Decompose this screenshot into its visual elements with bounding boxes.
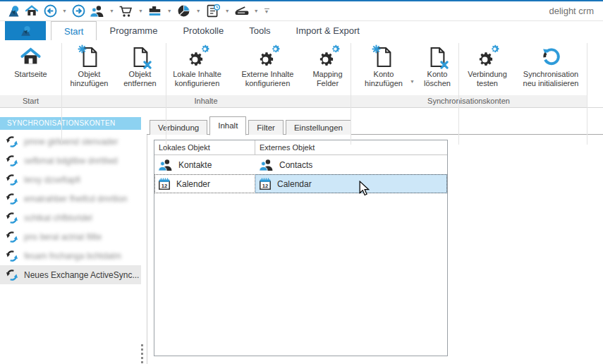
tab-einstellungen[interactable]: Einstellungen bbox=[286, 120, 351, 135]
mapping-felder-button[interactable]: Mapping Felder bbox=[306, 40, 350, 95]
verbindung-testen-button[interactable]: Verbindung testen bbox=[459, 40, 516, 95]
pie-chart-icon[interactable] bbox=[176, 3, 193, 20]
sync-account-item[interactable]: pmne gkfwend slenvader bbox=[0, 132, 141, 151]
sync-icon bbox=[6, 212, 18, 224]
calendar-icon bbox=[259, 178, 272, 190]
sidebar-header: SYNCHRONISATIONSKONTEN bbox=[0, 117, 141, 130]
objekt-hinzufuegen-button[interactable]: Objekt hinzufügen bbox=[63, 40, 116, 95]
local-object-label: Kontakte bbox=[178, 160, 212, 170]
sync-account-label: fesam fnchanga bchtdatm bbox=[24, 251, 121, 261]
local-object-label: Kalender bbox=[176, 179, 210, 189]
table-header-row: Lokales Objekt Externes Objekt bbox=[154, 140, 447, 155]
app-menu-button[interactable] bbox=[5, 21, 46, 40]
gears-icon bbox=[316, 44, 340, 70]
ribbon-group-labels: Start Inhalte Synchronisationskonten bbox=[0, 95, 587, 107]
objekt-entfernen-button[interactable]: Objekt entfernen bbox=[116, 40, 165, 95]
tab-programme[interactable]: Programme bbox=[97, 21, 170, 40]
startseite-button[interactable]: Startseite bbox=[3, 40, 59, 95]
mouse-cursor bbox=[359, 181, 370, 197]
scanner-icon[interactable] bbox=[233, 3, 250, 20]
konto-hinzufuegen-button[interactable]: Konto hinzufügen ▼ bbox=[352, 40, 415, 95]
tab-start[interactable]: Start bbox=[51, 21, 97, 40]
document-add-icon bbox=[373, 44, 394, 70]
customize-toolbar-icon[interactable]: ▼ bbox=[264, 8, 269, 14]
ribbon-group-inhalte: Objekt hinzufügen Objekt entfernen Lokal… bbox=[62, 40, 351, 95]
object-mapping-table: Lokales Objekt Externes Objekt Kontakte … bbox=[154, 140, 448, 356]
contacts-icon bbox=[158, 159, 173, 171]
dropdown-chevron[interactable]: ▼ bbox=[167, 8, 172, 13]
journal-icon[interactable] bbox=[205, 3, 221, 20]
dropdown-chevron[interactable]: ▼ bbox=[138, 8, 143, 13]
konto-loeschen-button[interactable]: Konto löschen bbox=[415, 40, 459, 95]
lokale-inhalte-konfigurieren-button[interactable]: Lokale Inhalte konfigurieren bbox=[165, 40, 230, 95]
ribbon-tabrow: Start Programme Protokolle Tools Import … bbox=[0, 21, 603, 40]
tab-inhalt[interactable]: Inhalt bbox=[209, 116, 246, 135]
home-icon bbox=[20, 44, 42, 70]
document-remove-icon bbox=[130, 44, 151, 70]
sync-account-item[interactable]: pns beral actriat fillte bbox=[0, 227, 141, 246]
dropdown-chevron[interactable]: ▼ bbox=[109, 8, 114, 13]
app-logo-icon bbox=[5, 3, 22, 20]
sync-account-item[interactable]: lerxy dzseftapfi bbox=[0, 170, 141, 189]
sales-chart-icon[interactable] bbox=[147, 3, 164, 20]
table-row[interactable]: Kontakte Contacts bbox=[154, 155, 447, 174]
external-object-label: Contacts bbox=[279, 160, 312, 170]
sync-account-label: schtkat chfbtsrtdel bbox=[24, 213, 92, 223]
group-label-synchronisationskonten: Synchronisationskonten bbox=[351, 95, 587, 107]
table-row[interactable]: Kalender Calendar bbox=[154, 174, 447, 193]
dropdown-chevron[interactable]: ▼ bbox=[62, 8, 67, 13]
group-label-start: Start bbox=[0, 95, 61, 107]
sync-account-item[interactable]: fesam fnchanga bchtdatm bbox=[0, 246, 141, 265]
sync-account-label: pns beral actriat fillte bbox=[24, 232, 102, 242]
back-icon[interactable] bbox=[42, 3, 59, 20]
sync-account-label: ematrahber fhetfcd dmrtlion bbox=[24, 194, 128, 204]
sync-account-label: sefbmat bdgltbw dnrttlwd bbox=[24, 156, 118, 166]
column-header-lokales-objekt: Lokales Objekt bbox=[154, 140, 255, 154]
sync-account-item[interactable]: Neues Exchange ActiveSync... bbox=[0, 265, 141, 284]
synchronisation-neu-initialisieren-button[interactable]: Synchronisation neu initialisieren bbox=[516, 40, 586, 95]
sync-icon bbox=[6, 250, 18, 262]
externe-inhalte-konfigurieren-button[interactable]: Externe Inhalte konfigurieren bbox=[230, 40, 306, 95]
tab-import-export[interactable]: Import & Export bbox=[284, 21, 372, 40]
gears-icon bbox=[185, 44, 209, 70]
home-icon[interactable] bbox=[23, 3, 40, 20]
sync-account-list: pmne gkfwend slenvader sefbmat bdgltbw d… bbox=[0, 132, 141, 284]
ribbon-group-start: Startseite bbox=[0, 40, 61, 95]
sync-refresh-icon bbox=[541, 44, 561, 70]
detail-tabstrip: Verbindung Inhalt Filter Einstellungen bbox=[150, 117, 353, 135]
forward-icon[interactable] bbox=[71, 3, 87, 20]
dropdown-chevron[interactable]: ▼ bbox=[410, 79, 415, 84]
titlebar: ▼ ▼ ▼ ▼ ▼ ▼ ▼ ▼ delight crm bbox=[0, 0, 603, 21]
sync-account-item[interactable]: sefbmat bdgltbw dnrttlwd bbox=[0, 151, 141, 170]
sync-icon bbox=[6, 193, 18, 205]
document-add-icon bbox=[79, 44, 100, 70]
ribbon: Startseite Objekt hinzufügen Objekt entf… bbox=[0, 40, 603, 107]
window-title: delight crm bbox=[549, 6, 603, 16]
sync-account-item[interactable]: schtkat chfbtsrtdel bbox=[0, 208, 141, 227]
tab-tools[interactable]: Tools bbox=[236, 21, 283, 40]
sync-account-label: pmne gkfwend slenvader bbox=[24, 137, 118, 147]
sync-icon bbox=[6, 154, 18, 167]
contacts-icon[interactable] bbox=[89, 3, 106, 20]
cart-icon[interactable] bbox=[118, 3, 135, 20]
tab-protokolle[interactable]: Protokolle bbox=[170, 21, 236, 40]
column-header-externes-objekt: Externes Objekt bbox=[255, 140, 447, 154]
app-logo-icon bbox=[19, 24, 32, 37]
dropdown-chevron[interactable]: ▼ bbox=[254, 8, 259, 13]
external-object-label: Calendar bbox=[277, 179, 312, 189]
dropdown-chevron[interactable]: ▼ bbox=[196, 8, 201, 13]
gears-icon bbox=[256, 44, 280, 70]
splitter-handle[interactable] bbox=[141, 344, 143, 363]
gears-icon bbox=[475, 44, 499, 70]
sync-icon bbox=[6, 174, 18, 186]
sync-icon bbox=[6, 135, 18, 148]
sync-icon bbox=[6, 231, 18, 243]
tab-verbindung[interactable]: Verbindung bbox=[150, 120, 207, 135]
sync-account-label: lerxy dzseftapfi bbox=[24, 175, 80, 185]
calendar-icon bbox=[158, 178, 171, 190]
dropdown-chevron[interactable]: ▼ bbox=[225, 8, 230, 13]
sync-account-item[interactable]: ematrahber fhetfcd dmrtlion bbox=[0, 189, 141, 208]
tab-filter[interactable]: Filter bbox=[248, 120, 284, 135]
sync-account-label: Neues Exchange ActiveSync... bbox=[24, 270, 139, 280]
contacts-icon bbox=[259, 159, 274, 171]
